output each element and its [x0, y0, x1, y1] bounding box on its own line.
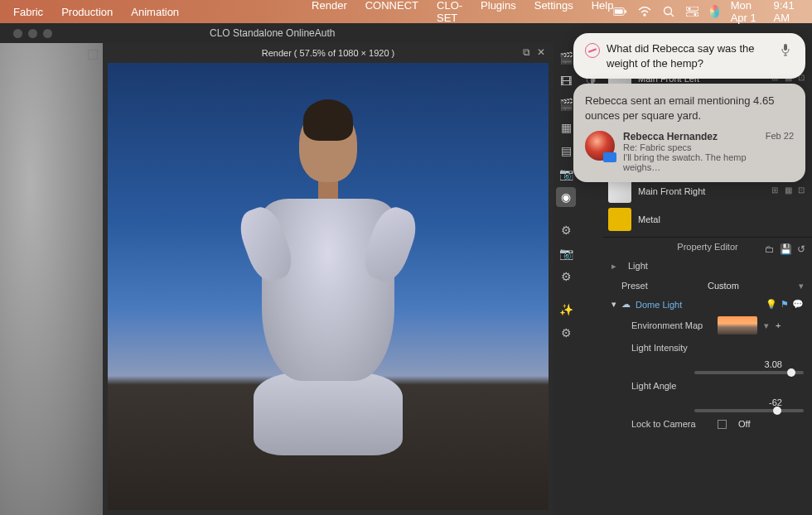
angle-slider[interactable]: [694, 409, 804, 412]
menu-help[interactable]: Help: [592, 0, 614, 24]
email-subject: Re: Fabric specs: [623, 142, 757, 152]
env-map-label: Environment Map: [631, 320, 711, 330]
siri-summary: Rebecca sent an email mentioning 4.65 ou…: [585, 94, 794, 123]
dome-light-label: Dome Light: [636, 300, 682, 310]
avatar-figure: [249, 108, 408, 488]
window-close[interactable]: [13, 29, 22, 38]
mail-badge-icon: [603, 152, 616, 162]
object-name: Metal: [638, 214, 807, 224]
expand-icon[interactable]: ▸: [611, 261, 621, 272]
chat-icon[interactable]: 💬: [792, 299, 804, 310]
svg-point-3: [665, 7, 672, 15]
tool-camera2-icon[interactable]: 📷: [556, 243, 576, 263]
macos-menubar: Fabric Production Animation Render CONNE…: [0, 0, 812, 23]
object-thumb: [608, 208, 631, 231]
render-popout-icon[interactable]: ⧉: [520, 46, 532, 58]
search-icon[interactable]: [663, 5, 674, 18]
preset-label: Preset: [621, 281, 701, 291]
render-header: Render ( 57.5% of 1080 × 1920 ) ⧉ ✕: [103, 43, 553, 63]
siri-icon[interactable]: [710, 5, 718, 18]
svg-point-8: [694, 13, 697, 16]
angle-value: -62: [694, 397, 804, 407]
siri-logo-icon: [585, 43, 600, 58]
render-title: Render ( 57.5% of 1080 × 1920 ): [262, 48, 395, 58]
menu-production[interactable]: Production: [61, 6, 113, 18]
tool-gear2-icon[interactable]: ⚙: [556, 267, 576, 286]
reset-icon[interactable]: ↺: [797, 240, 805, 258]
contact-avatar: [585, 131, 615, 161]
render-viewport[interactable]: [108, 63, 549, 510]
svg-line-4: [671, 14, 674, 17]
more-icon[interactable]: ⊡: [795, 185, 807, 197]
env-add-icon[interactable]: +: [776, 320, 781, 330]
menu-fabric[interactable]: Fabric: [13, 6, 43, 18]
env-expand-icon[interactable]: ▾: [764, 320, 769, 331]
tool-snapshot-icon[interactable]: ◉: [556, 187, 576, 207]
mesh-preview[interactable]: [0, 43, 103, 515]
grid-icon[interactable]: ▦: [782, 185, 794, 197]
menu-closet[interactable]: CLO-SET: [437, 0, 462, 24]
object-thumb: [608, 180, 631, 203]
email-result-card[interactable]: Rebecca Hernandez Re: Fabric specs I'll …: [585, 131, 794, 172]
intensity-value: 3.08: [694, 359, 804, 369]
menu-render[interactable]: Render: [312, 0, 347, 24]
email-date: Feb 22: [766, 131, 794, 141]
lock-label: Lock to Camera: [631, 419, 711, 429]
menu-animation[interactable]: Animation: [131, 6, 179, 18]
flag-icon[interactable]: ⚑: [781, 299, 789, 310]
svg-rect-1: [615, 9, 623, 13]
siri-query-bubble[interactable]: What did Rebecca say was the weight of t…: [573, 33, 805, 79]
intensity-slider[interactable]: [694, 371, 804, 374]
email-preview: I'll bring the swatch. The hemp weighs…: [623, 152, 757, 172]
dropdown-icon[interactable]: ▾: [799, 281, 804, 291]
render-close-icon[interactable]: ✕: [535, 46, 547, 58]
env-map-thumb[interactable]: [718, 316, 757, 335]
contact-name: Rebecca Hernandez: [623, 131, 757, 142]
object-row[interactable]: Metal: [603, 205, 812, 233]
add-icon[interactable]: ⊞: [769, 185, 781, 197]
tool-gear-icon[interactable]: ⚙: [556, 220, 576, 240]
menu-connect[interactable]: CONNECT: [365, 0, 418, 24]
menu-settings[interactable]: Settings: [534, 0, 573, 24]
object-name: Main Front Right: [638, 186, 762, 196]
folder-icon[interactable]: 🗀: [765, 240, 775, 258]
lock-value: Off: [738, 419, 750, 429]
property-editor: Property Editor 🗀 💾 ↺ ▸ Light Preset Cus…: [603, 237, 812, 515]
dome-light-row[interactable]: ▾ ☁ Dome Light 💡 ⚑ 💬: [603, 296, 812, 313]
window-minimize[interactable]: [28, 29, 37, 38]
microphone-icon[interactable]: [781, 43, 794, 56]
collapse-icon[interactable]: ▾: [611, 299, 616, 310]
preset-value[interactable]: Custom: [708, 281, 792, 291]
control-center-icon[interactable]: [686, 5, 698, 18]
svg-rect-5: [686, 7, 698, 11]
angle-label: Light Angle: [631, 381, 711, 391]
svg-rect-6: [686, 12, 698, 17]
svg-point-7: [689, 7, 691, 10]
tool-gear3-icon[interactable]: ⚙: [556, 323, 576, 343]
menubar-time[interactable]: 9:41 AM: [774, 0, 799, 24]
intensity-label: Light Intensity: [631, 343, 711, 353]
siri-result-panel: Rebecca sent an email mentioning 4.65 ou…: [573, 84, 805, 182]
wifi-icon[interactable]: [638, 5, 651, 18]
light-label: Light: [628, 261, 708, 271]
lock-checkbox[interactable]: [718, 420, 727, 429]
svg-rect-9: [784, 44, 787, 51]
battery-icon[interactable]: [613, 5, 626, 18]
svg-rect-2: [626, 10, 627, 13]
siri-query-text: What did Rebecca say was the weight of t…: [607, 41, 774, 70]
menu-plugins[interactable]: Plugins: [481, 0, 516, 24]
app-title: CLO Standalone OnlineAuth: [210, 27, 335, 39]
window-zoom[interactable]: [43, 29, 52, 38]
save-icon[interactable]: 💾: [780, 240, 792, 258]
menubar-date[interactable]: Mon Apr 1: [731, 0, 762, 24]
property-editor-title: Property Editor: [677, 242, 737, 252]
left-preview-panel: [0, 43, 103, 515]
tool-wand-icon[interactable]: ✨: [556, 300, 576, 320]
bulb-icon[interactable]: 💡: [766, 299, 777, 310]
siri-overlay: What did Rebecca say was the weight of t…: [573, 33, 805, 182]
